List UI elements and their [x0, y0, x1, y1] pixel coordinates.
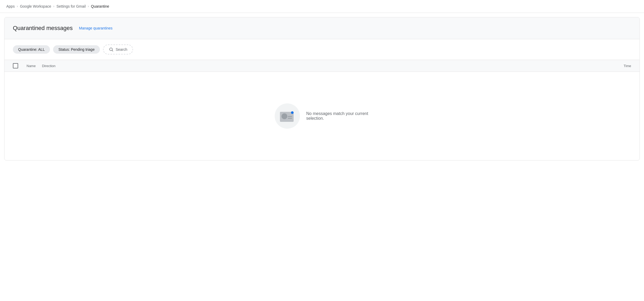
search-label: Search [116, 47, 127, 52]
filter-bar: Quarantine: ALL Status: Pending triage S… [4, 39, 640, 60]
select-all-checkbox[interactable] [13, 63, 18, 68]
manage-quarantines-link[interactable]: Manage quarantines [79, 26, 113, 30]
breadcrumb-settings-for-gmail[interactable]: Settings for Gmail [57, 4, 86, 8]
quarantine-filter-chip[interactable]: Quarantine: ALL [13, 45, 50, 54]
section-header: Quarantined messages Manage quarantines [4, 17, 640, 39]
empty-state-content: No messages match your current selection… [275, 103, 369, 129]
status-filter-chip[interactable]: Status: Pending triage [53, 45, 100, 54]
breadcrumb-quarantine: Quarantine [91, 4, 109, 8]
envelope-face [282, 113, 287, 119]
breadcrumb-apps[interactable]: Apps [6, 4, 15, 8]
breadcrumb-separator-2: › [53, 4, 54, 8]
search-icon [109, 47, 114, 52]
main-panel: Quarantined messages Manage quarantines … [4, 17, 640, 160]
empty-state: No messages match your current selection… [4, 72, 640, 160]
envelope-badge [291, 111, 294, 114]
column-time: Time [624, 64, 631, 68]
empty-state-message: No messages match your current selection… [306, 111, 369, 121]
column-name: Name [27, 64, 36, 68]
column-direction: Direction [42, 64, 55, 68]
breadcrumb: Apps › Google Workspace › Settings for G… [0, 0, 644, 13]
section-title: Quarantined messages [13, 25, 73, 32]
envelope-line-1 [288, 116, 292, 117]
envelope-lines [288, 116, 292, 119]
envelope-graphic [280, 110, 295, 122]
svg-point-0 [110, 48, 113, 51]
svg-line-1 [112, 50, 113, 51]
envelope-line-2 [288, 118, 292, 119]
search-button[interactable]: Search [103, 44, 133, 54]
breadcrumb-separator-3: › [88, 4, 89, 8]
breadcrumb-separator-1: › [17, 4, 18, 8]
empty-state-icon [275, 103, 300, 129]
breadcrumb-google-workspace[interactable]: Google Workspace [20, 4, 51, 8]
status-filter-label: Status: Pending triage [58, 47, 95, 52]
quarantine-filter-label: Quarantine: ALL [18, 47, 45, 52]
table-header: Name Direction Time [4, 60, 640, 72]
